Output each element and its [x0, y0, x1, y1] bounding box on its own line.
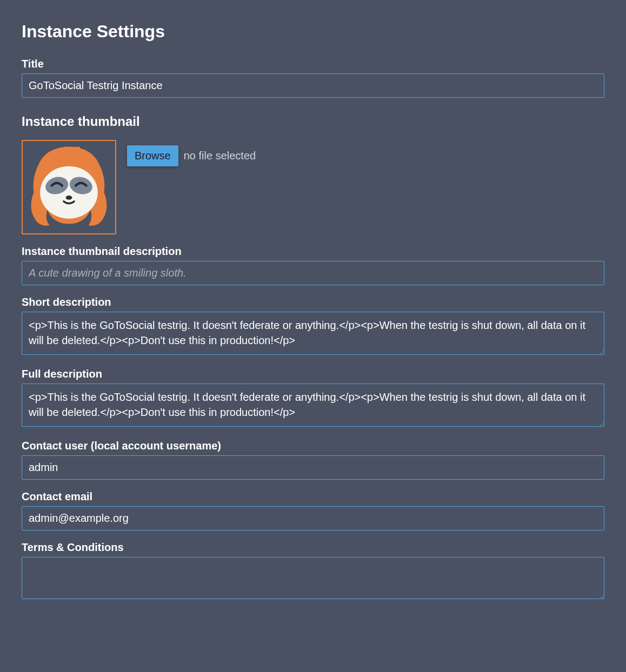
contact-email-input[interactable] — [22, 506, 604, 530]
file-status: no file selected — [184, 150, 256, 162]
contact-email-group: Contact email — [22, 490, 604, 530]
contact-user-input[interactable] — [22, 455, 604, 480]
thumbnail-heading: Instance thumbnail — [22, 114, 604, 129]
thumbnail-desc-label: Instance thumbnail description — [22, 245, 604, 258]
thumbnail-desc-group: Instance thumbnail description — [22, 245, 604, 285]
title-label: Title — [22, 58, 604, 70]
full-desc-label: Full description — [22, 368, 604, 380]
contact-user-group: Contact user (local account username) — [22, 440, 604, 480]
title-field-group: Title — [22, 58, 604, 98]
svg-point-3 — [66, 196, 72, 200]
browse-button[interactable]: Browse — [127, 145, 178, 166]
terms-group: Terms & Conditions — [22, 541, 604, 601]
sloth-avatar-icon — [24, 143, 114, 232]
thumbnail-preview — [22, 140, 116, 234]
full-desc-input[interactable]: <p>This is the GoToSocial testrig. It do… — [22, 384, 604, 427]
browse-row: Browse no file selected — [127, 140, 256, 166]
terms-label: Terms & Conditions — [22, 541, 604, 554]
title-input[interactable] — [22, 73, 604, 98]
thumbnail-desc-input[interactable] — [22, 261, 604, 285]
contact-email-label: Contact email — [22, 490, 604, 503]
thumbnail-row: Browse no file selected — [22, 140, 604, 234]
full-desc-group: Full description <p>This is the GoToSoci… — [22, 368, 604, 429]
short-desc-input[interactable]: <p>This is the GoToSocial testrig. It do… — [22, 312, 604, 355]
short-desc-label: Short description — [22, 296, 604, 308]
page-title: Instance Settings — [22, 22, 604, 42]
short-desc-group: Short description <p>This is the GoToSoc… — [22, 296, 604, 357]
contact-user-label: Contact user (local account username) — [22, 440, 604, 452]
terms-input[interactable] — [22, 557, 604, 599]
